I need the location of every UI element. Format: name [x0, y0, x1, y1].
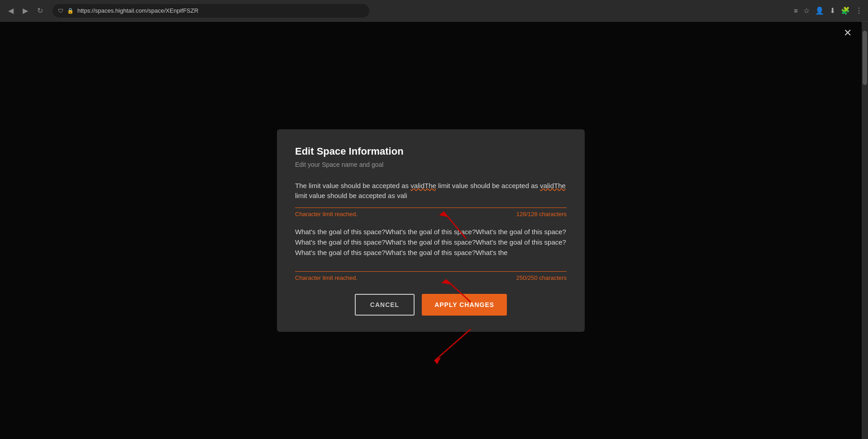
button-row: CANCEL APPLY CHANGES: [295, 294, 567, 316]
overlay: Edit Space Information Edit your Space n…: [0, 22, 862, 439]
scrollbar[interactable]: [862, 22, 868, 439]
scrollbar-thumb[interactable]: [863, 31, 867, 85]
url-text: https://spaces.hightail.com/space/XEnpif…: [77, 7, 198, 14]
bookmark-icon[interactable]: ☆: [803, 6, 810, 15]
edit-space-modal: Edit Space Information Edit your Space n…: [277, 129, 585, 332]
browser-chrome: ◀ ▶ ↻ 🛡 🔒 https://spaces.hightail.com/sp…: [0, 0, 868, 22]
name-field-meta: Character limit reached. 128/128 charact…: [295, 211, 567, 217]
spellcheck-word-1: validThe: [410, 182, 436, 189]
extension-icon[interactable]: 🧩: [841, 6, 850, 15]
goal-field-group: What's the goal of this space?What's the…: [295, 227, 567, 281]
forward-button[interactable]: ▶: [20, 5, 31, 16]
reader-icon[interactable]: ≡: [794, 7, 798, 14]
back-button[interactable]: ◀: [5, 5, 16, 16]
modal-title: Edit Space Information: [295, 146, 567, 157]
name-field-group: The limit value should be accepted as va…: [295, 181, 567, 217]
goal-input[interactable]: What's the goal of this space?What's the…: [295, 227, 567, 272]
goal-char-limit-label: Character limit reached.: [295, 274, 358, 281]
name-char-count: 128/128 characters: [516, 211, 567, 217]
profile-icon[interactable]: 👤: [815, 6, 824, 15]
browser-toolbar-icons: ≡ ☆ 👤 ⬇ 🧩 ⋮: [794, 6, 863, 15]
download-icon[interactable]: ⬇: [830, 6, 835, 15]
modal-subtitle: Edit your Space name and goal: [295, 161, 567, 168]
spellcheck-word-2: validThe: [540, 182, 566, 189]
name-input[interactable]: The limit value should be accepted as va…: [295, 181, 567, 208]
menu-icon[interactable]: ⋮: [855, 6, 863, 15]
cancel-button[interactable]: CANCEL: [355, 294, 415, 316]
name-char-limit-label: Character limit reached.: [295, 211, 358, 217]
lock-icon: 🔒: [67, 8, 74, 14]
address-bar[interactable]: 🛡 🔒 https://spaces.hightail.com/space/XE…: [52, 4, 369, 18]
goal-field-meta: Character limit reached. 250/250 charact…: [295, 274, 567, 281]
shield-icon: 🛡: [58, 8, 63, 14]
apply-changes-button[interactable]: APPLY CHANGES: [422, 294, 507, 316]
goal-char-count: 250/250 characters: [516, 274, 567, 281]
page-close-button[interactable]: ✕: [841, 26, 854, 40]
reload-button[interactable]: ↻: [34, 5, 45, 16]
